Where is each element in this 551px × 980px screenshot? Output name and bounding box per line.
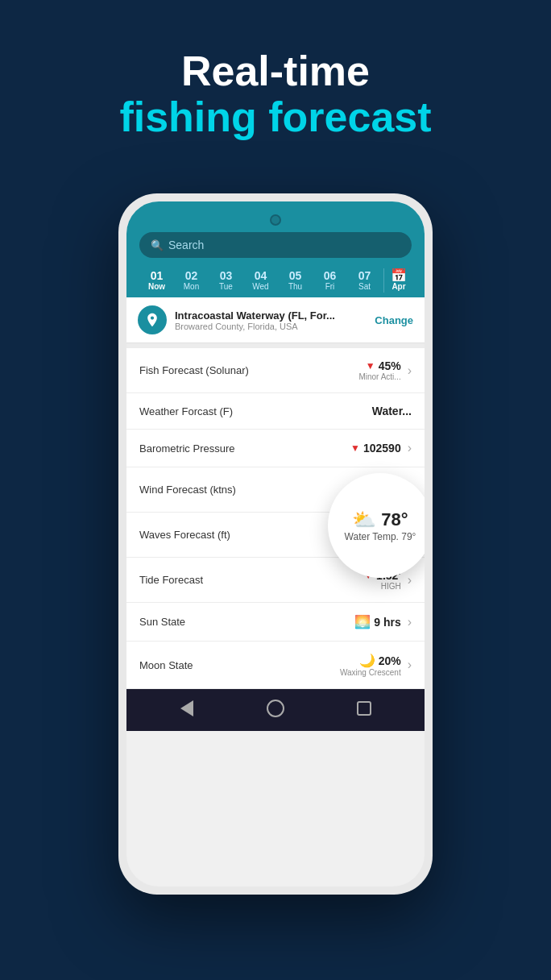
location-icon <box>138 305 167 334</box>
recents-button[interactable] <box>353 697 375 720</box>
fish-forecast-value: 45% <box>379 359 401 372</box>
phone-bottom-nav <box>126 689 425 731</box>
header-section: Real-time fishing forecast <box>0 0 551 164</box>
barometric-pressure-row[interactable]: Barometric Pressure ▼ 102590 › <box>126 430 425 467</box>
weather-forecast-row[interactable]: Weather Forcast (F) Water... <box>126 393 425 430</box>
home-circle-icon <box>267 700 284 717</box>
date-tab-02[interactable]: 02 Mon <box>174 268 209 293</box>
location-name: Intracoastal Waterway (FL, For... <box>175 309 367 322</box>
phone-outer-shell: 🔍 Search 01 Now 02 Mon 03 Tue <box>118 193 433 895</box>
date-tab-03[interactable]: 03 Tue <box>209 268 243 293</box>
date-tab-06[interactable]: 06 Fri <box>313 268 347 293</box>
arrow-down-icon: ▼ <box>350 442 360 454</box>
fish-forecast-sub: Minor Acti... <box>358 372 400 381</box>
moon-phase-label: Waxing Crescent <box>340 668 401 677</box>
phone-top-area: 🔍 Search 01 Now 02 Mon 03 Tue <box>126 201 425 297</box>
arrow-down-icon: ▼ <box>366 360 375 372</box>
weather-forecast-value: Water... <box>372 405 412 417</box>
moon-state-row[interactable]: Moon State 🌙 20% Waxing Crescent › <box>126 642 425 689</box>
chevron-right-icon: › <box>408 658 412 672</box>
home-button[interactable] <box>264 697 287 720</box>
location-row: Intracoastal Waterway (FL, For... Browar… <box>126 297 425 343</box>
moon-state-value: 20% <box>379 654 401 667</box>
sun-state-label: Sun State <box>139 616 354 628</box>
sun-state-value-group: 🌅 9 hrs <box>354 614 400 629</box>
weather-popup-bubble: ⛅ 78° Water Temp. 79° <box>328 473 425 578</box>
headline-line1: Real-time <box>0 48 551 94</box>
phone-notch <box>139 214 412 226</box>
date-tab-01[interactable]: 01 Now <box>139 268 174 293</box>
back-triangle-icon <box>180 700 193 716</box>
fish-forecast-row[interactable]: Fish Forecast (Solunar) ▼ 45% Minor Acti… <box>126 348 425 393</box>
change-location-button[interactable]: Change <box>375 314 413 326</box>
tide-type-label: HIGH <box>381 582 401 591</box>
moon-state-label: Moon State <box>139 659 340 671</box>
popup-water-temp: Water Temp. 79° <box>345 531 416 542</box>
date-tab-04[interactable]: 04 Wed <box>243 268 278 293</box>
date-divider <box>383 268 384 293</box>
headline-line2: fishing forecast <box>0 94 551 140</box>
date-tab-05[interactable]: 05 Thu <box>278 268 313 293</box>
partly-cloudy-icon: ⛅ <box>352 509 376 531</box>
location-sub: Browared County, Florida, USA <box>175 322 367 331</box>
date-tabs: 01 Now 02 Mon 03 Tue 04 Wed <box>139 268 412 297</box>
tide-forecast-label: Tide Forecast <box>139 574 363 586</box>
sun-state-row[interactable]: Sun State 🌅 9 hrs › <box>126 603 425 642</box>
sun-icon: 🌅 <box>354 614 371 629</box>
phone-mockup: 🔍 Search 01 Now 02 Mon 03 Tue <box>118 193 433 895</box>
search-icon: 🔍 <box>151 239 164 251</box>
wind-forecast-label: Wind Forecast (ktns) <box>139 484 348 496</box>
calendar-button[interactable]: 📅 Apr <box>386 269 412 291</box>
date-tab-07[interactable]: 07 Sat <box>347 268 382 293</box>
chevron-right-icon: › <box>408 441 412 455</box>
barometric-pressure-label: Barometric Pressure <box>139 442 350 455</box>
weather-forecast-value-group: Water... <box>372 405 412 417</box>
moon-state-value-group: 🌙 20% Waxing Crescent <box>340 653 401 677</box>
search-bar[interactable]: 🔍 Search <box>139 232 412 258</box>
barometric-pressure-value: 102590 <box>363 442 401 455</box>
back-button[interactable] <box>176 697 198 720</box>
chevron-right-icon: › <box>408 615 412 629</box>
chevron-right-icon: › <box>408 363 412 378</box>
fish-forecast-value-group: ▼ 45% Minor Acti... <box>358 359 400 381</box>
chevron-right-icon: › <box>408 573 412 588</box>
camera-dot <box>270 214 281 226</box>
recents-square-icon <box>357 701 371 716</box>
search-placeholder: Search <box>168 239 204 251</box>
barometric-pressure-value-group: ▼ 102590 <box>350 442 401 455</box>
moon-icon: 🌙 <box>359 653 375 668</box>
phone-screen: 🔍 Search 01 Now 02 Mon 03 Tue <box>126 201 425 887</box>
location-text: Intracoastal Waterway (FL, For... Browar… <box>175 309 367 331</box>
sun-state-value: 9 hrs <box>374 616 400 629</box>
weather-forecast-label: Weather Forcast (F) <box>139 405 372 417</box>
fish-forecast-label: Fish Forecast (Solunar) <box>139 364 358 376</box>
popup-temperature: 78° <box>381 509 408 530</box>
